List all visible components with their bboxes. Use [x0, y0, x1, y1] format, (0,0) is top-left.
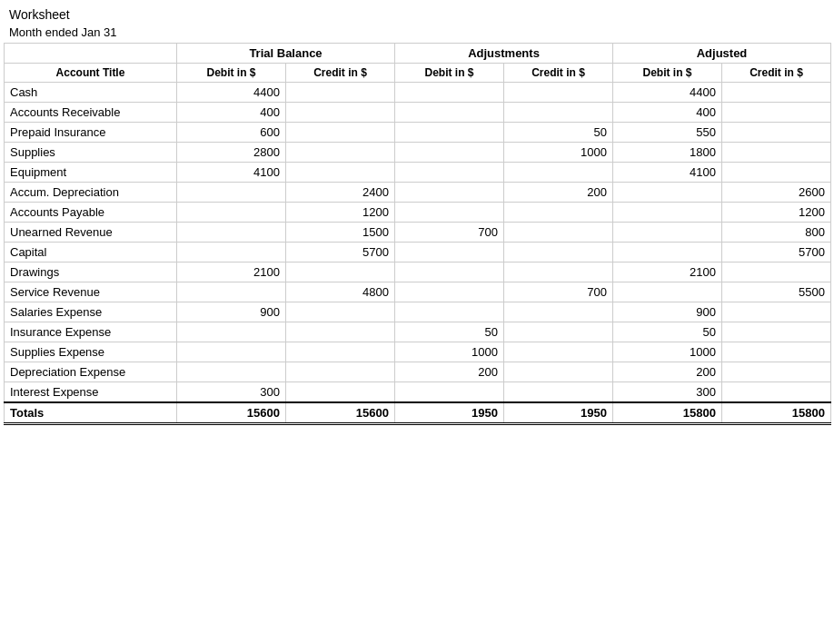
- worksheet-title: Worksheet: [4, 4, 830, 24]
- adj-debit-cell: [395, 382, 504, 403]
- table-row: Interest Expense300300: [5, 382, 831, 403]
- table-row: Capital57005700: [5, 243, 831, 263]
- table-row: Salaries Expense900900: [5, 302, 831, 322]
- adjd-debit-cell: 400: [613, 103, 722, 123]
- adj-debit-cell: [395, 263, 504, 282]
- tb-credit-cell: [286, 163, 395, 183]
- tb-debit-cell: 900: [177, 302, 286, 322]
- tb-credit-cell: [286, 123, 395, 143]
- account-title-header: Account Title: [5, 64, 177, 83]
- totals-value-cell-1: 15600: [286, 402, 395, 424]
- empty-header: [5, 44, 177, 64]
- account-cell: Equipment: [5, 163, 177, 183]
- tb-debit-cell: 4400: [177, 83, 286, 103]
- account-cell: Service Revenue: [5, 282, 177, 302]
- adjd-debit-cell: 300: [613, 382, 722, 403]
- adjusted-header: Adjusted: [613, 44, 831, 64]
- account-cell: Supplies: [5, 143, 177, 163]
- adj-credit-cell: [504, 83, 613, 103]
- adj-debit-cell: [395, 183, 504, 203]
- adjd-credit-cell: 800: [722, 223, 831, 243]
- table-row: Depreciation Expense200200: [5, 362, 831, 382]
- account-cell: Prepaid Insurance: [5, 123, 177, 143]
- table-row: Service Revenue48007005500: [5, 282, 831, 302]
- tb-debit-cell: [177, 203, 286, 223]
- adjd-debit-cell: 200: [613, 362, 722, 382]
- tb-credit-cell: [286, 263, 395, 282]
- adj-credit-cell: [504, 382, 613, 403]
- tb-debit-cell: 2100: [177, 263, 286, 282]
- adj-debit-cell: [395, 243, 504, 263]
- totals-value-cell-4: 15800: [613, 402, 722, 424]
- tb-debit-cell: 300: [177, 382, 286, 403]
- adjd-debit-cell: [613, 183, 722, 203]
- tb-debit-cell: 4100: [177, 163, 286, 183]
- tb-debit-cell: 2800: [177, 143, 286, 163]
- adjd-credit-cell: 5700: [722, 243, 831, 263]
- account-cell: Unearned Revenue: [5, 223, 177, 243]
- adjd-debit-cell: 4100: [613, 163, 722, 183]
- account-cell: Accounts Payable: [5, 203, 177, 223]
- adj-credit-cell: [504, 243, 613, 263]
- adj-credit-cell: [504, 223, 613, 243]
- adjd-debit-cell: [613, 243, 722, 263]
- account-cell: Supplies Expense: [5, 342, 177, 362]
- adj-debit-cell: [395, 302, 504, 322]
- adjd-debit-cell: [613, 203, 722, 223]
- tb-debit-cell: [177, 322, 286, 342]
- tb-credit-cell: [286, 83, 395, 103]
- adjd-debit-cell: [613, 223, 722, 243]
- adjd-credit-cell: [722, 362, 831, 382]
- worksheet-container: Worksheet Month ended Jan 31 Trial Balan…: [0, 0, 834, 644]
- adj-debit-cell: 200: [395, 362, 504, 382]
- totals-value-cell-2: 1950: [395, 402, 504, 424]
- adj-debit-cell: [395, 143, 504, 163]
- adj-credit-cell: 700: [504, 282, 613, 302]
- tb-credit-cell: [286, 322, 395, 342]
- adjd-credit-cell: [722, 342, 831, 362]
- adj-credit-cell: [504, 322, 613, 342]
- adj-debit-cell: [395, 123, 504, 143]
- adj-credit-cell: [504, 203, 613, 223]
- trial-balance-header: Trial Balance: [177, 44, 395, 64]
- table-row: Supplies280010001800: [5, 143, 831, 163]
- tb-credit-cell: 2400: [286, 183, 395, 203]
- tb-credit-cell: [286, 143, 395, 163]
- tb-credit-cell: 1200: [286, 203, 395, 223]
- tb-credit-cell: [286, 302, 395, 322]
- tb-debit-cell: [177, 223, 286, 243]
- totals-account-cell: Totals: [5, 402, 177, 424]
- totals-value-cell-3: 1950: [504, 402, 613, 424]
- adjd-credit-cell: 5500: [722, 282, 831, 302]
- adj-debit-cell: [395, 282, 504, 302]
- adjd-debit-cell: 1000: [613, 342, 722, 362]
- adjd-debit-cell: 4400: [613, 83, 722, 103]
- tb-credit-cell: 1500: [286, 223, 395, 243]
- adj-debit-cell: 1000: [395, 342, 504, 362]
- tb-credit-cell: 5700: [286, 243, 395, 263]
- col-header-adj-debit: Debit in $: [395, 64, 504, 83]
- col-header-adj-credit: Credit in $: [504, 64, 613, 83]
- tb-credit-cell: [286, 382, 395, 403]
- tb-debit-cell: [177, 183, 286, 203]
- adjd-debit-cell: 900: [613, 302, 722, 322]
- account-cell: Interest Expense: [5, 382, 177, 403]
- adj-debit-cell: [395, 103, 504, 123]
- adjd-credit-cell: [722, 302, 831, 322]
- tb-debit-cell: [177, 282, 286, 302]
- adj-credit-cell: 50: [504, 123, 613, 143]
- tb-debit-cell: 400: [177, 103, 286, 123]
- col-header-adjd-debit: Debit in $: [613, 64, 722, 83]
- worksheet-subtitle: Month ended Jan 31: [4, 24, 830, 43]
- account-cell: Salaries Expense: [5, 302, 177, 322]
- tb-credit-cell: [286, 103, 395, 123]
- tb-debit-cell: [177, 342, 286, 362]
- adjd-debit-cell: 1800: [613, 143, 722, 163]
- adjd-credit-cell: 2600: [722, 183, 831, 203]
- adj-debit-cell: [395, 203, 504, 223]
- adjd-credit-cell: [722, 163, 831, 183]
- adj-credit-cell: [504, 362, 613, 382]
- tb-credit-cell: 4800: [286, 282, 395, 302]
- table-row: Accounts Receivable400400: [5, 103, 831, 123]
- adjd-credit-cell: [722, 322, 831, 342]
